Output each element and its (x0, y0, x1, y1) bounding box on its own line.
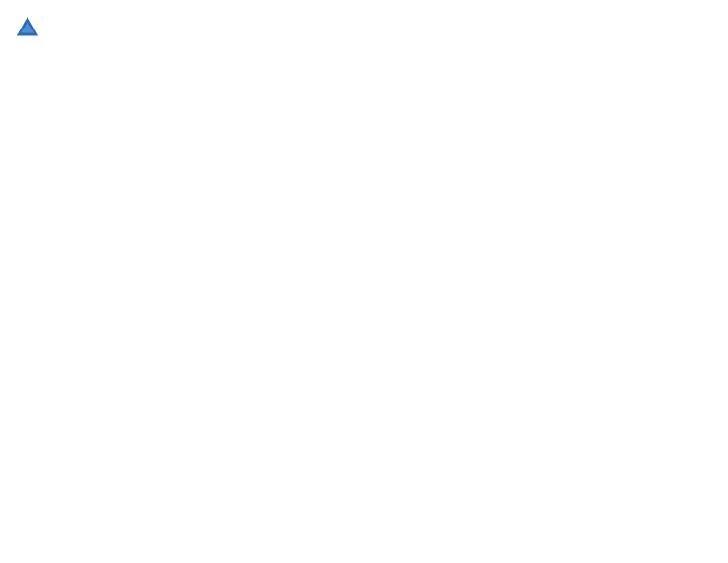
page-header (15, 15, 713, 40)
logo (15, 15, 44, 40)
logo-icon (15, 15, 40, 40)
